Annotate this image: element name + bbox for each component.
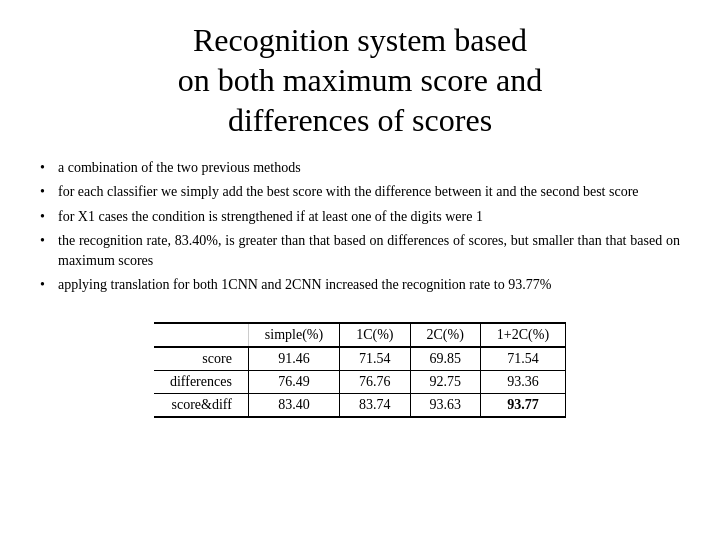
bullet-item-4: •applying translation for both 1CNN and … [40,275,680,295]
bullet-dot-0: • [40,158,58,178]
bullet-text-3: the recognition rate, 83.40%, is greater… [58,231,680,272]
table-row-1: differences76.4976.7692.7593.36 [154,370,566,393]
table-cell-label-1: differences [154,370,248,393]
bullet-dot-1: • [40,182,58,202]
col-header-12c: 1+2C(%) [480,323,565,347]
table-cell-1-2: 92.75 [410,370,480,393]
slide-title: Recognition system based on both maximum… [40,20,680,140]
bullet-dot-4: • [40,275,58,295]
col-header-label [154,323,248,347]
table-cell-2-0: 83.40 [248,393,339,417]
table-body: score91.4671.5469.8571.54differences76.4… [154,347,566,417]
col-header-1c: 1C(%) [340,323,410,347]
table-cell-0-1: 71.54 [340,347,410,371]
bullet-text-2: for X1 cases the condition is strengthen… [58,207,680,227]
col-header-simple: simple(%) [248,323,339,347]
bullet-text-0: a combination of the two previous method… [58,158,680,178]
table-cell-2-1: 83.74 [340,393,410,417]
bullet-item-0: •a combination of the two previous metho… [40,158,680,178]
table-cell-0-3: 71.54 [480,347,565,371]
table-cell-1-1: 76.76 [340,370,410,393]
bullet-text-1: for each classifier we simply add the be… [58,182,680,202]
table-row-0: score91.4671.5469.8571.54 [154,347,566,371]
bullet-item-3: •the recognition rate, 83.40%, is greate… [40,231,680,272]
table-row-2: score&diff83.4083.7493.6393.77 [154,393,566,417]
table-cell-2-2: 93.63 [410,393,480,417]
bullet-dot-2: • [40,207,58,227]
results-table: simple(%) 1C(%) 2C(%) 1+2C(%) score91.46… [154,322,566,418]
bullet-dot-3: • [40,231,58,251]
bullet-list: •a combination of the two previous metho… [40,158,680,300]
table-cell-1-0: 76.49 [248,370,339,393]
results-table-wrapper: simple(%) 1C(%) 2C(%) 1+2C(%) score91.46… [40,322,680,418]
table-cell-2-3: 93.77 [480,393,565,417]
slide: Recognition system based on both maximum… [0,0,720,540]
table-cell-0-0: 91.46 [248,347,339,371]
bullet-item-2: •for X1 cases the condition is strengthe… [40,207,680,227]
table-cell-0-2: 69.85 [410,347,480,371]
table-cell-label-0: score [154,347,248,371]
bullet-text-4: applying translation for both 1CNN and 2… [58,275,680,295]
table-cell-label-2: score&diff [154,393,248,417]
table-cell-1-3: 93.36 [480,370,565,393]
col-header-2c: 2C(%) [410,323,480,347]
bullet-item-1: •for each classifier we simply add the b… [40,182,680,202]
